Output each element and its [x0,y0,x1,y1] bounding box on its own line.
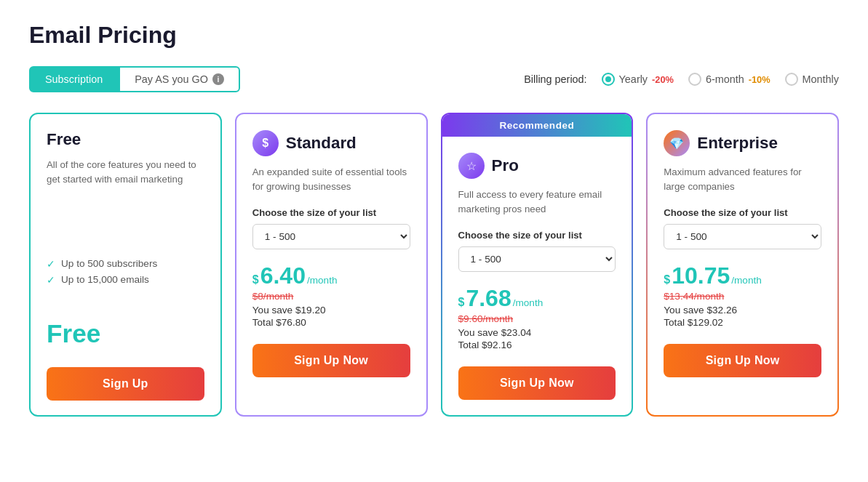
standard-icon: $ [252,130,279,156]
page-title: Email Pricing [29,22,839,49]
pro-price-main: $ 7.68 /month [458,285,616,312]
standard-price-original: $8/month [252,291,410,302]
enterprise-list-select[interactable]: 1 - 500 501 - 1000 1001 - 2500 2501 - 50… [664,224,821,249]
standard-list-label: Choose the size of your list [252,207,410,218]
enterprise-price-amount: 10.75 [672,262,730,289]
card-pro-body: ☆ Pro Full access to every feature email… [442,137,632,415]
pro-plan-desc: Full access to every feature email marke… [458,188,616,217]
radio-6month [688,73,701,86]
standard-you-save: You save $19.20 [252,305,410,316]
standard-title-row: $ Standard [252,130,410,156]
controls-row: Subscription Pay AS you GO i Billing per… [29,66,839,92]
card-standard: $ Standard An expanded suite of essentia… [235,113,428,417]
free-feature-1: ✓ Up to 500 subscribers [47,258,204,270]
standard-plan-name: Standard [286,134,357,153]
enterprise-plan-name: Enterprise [697,134,778,153]
free-price-label: Free [47,319,204,348]
pro-total: Total $92.16 [458,340,616,350]
pricing-cards: Free All of the core features you need t… [29,113,839,417]
6month-badge: -10% [749,74,771,85]
enterprise-total: Total $129.02 [664,317,821,328]
check-icon-1: ✓ [47,258,55,270]
standard-plan-desc: An expanded suite of essential tools for… [252,165,410,194]
info-icon: i [212,73,224,85]
pro-icon: ☆ [458,153,485,179]
enterprise-price-main: $ 10.75 /month [664,262,821,289]
check-icon-2: ✓ [47,274,55,286]
pro-price-dollar: $ [458,296,465,309]
pro-list-select[interactable]: 1 - 500 501 - 1000 1001 - 2500 2501 - 50… [458,246,616,272]
billing-label: Billing period: [524,73,586,85]
enterprise-icon: 💎 [664,130,690,156]
enterprise-list-label: Choose the size of your list [664,207,821,218]
enterprise-price-period: /month [731,275,762,286]
pro-list-label: Choose the size of your list [458,230,616,241]
standard-price-section: $ 6.40 /month $8/month You save $19.20 T… [252,262,410,328]
yearly-badge: -20% [652,74,674,85]
radio-yearly [602,73,615,86]
card-free: Free All of the core features you need t… [29,113,222,417]
pro-title-row: ☆ Pro [458,153,616,179]
radio-monthly [785,73,798,86]
pro-price-original: $9.60/month [458,313,616,324]
pro-you-save: You save $23.04 [458,327,616,338]
free-plan-desc: All of the core features you need to get… [47,158,204,187]
pro-plan-name: Pro [492,156,519,175]
tab-payasyougo[interactable]: Pay AS you GO i [119,66,240,92]
enterprise-title-row: 💎 Enterprise [664,130,821,156]
pro-price-period: /month [513,297,544,308]
card-free-body: Free All of the core features you need t… [31,114,220,415]
standard-total: Total $76.80 [252,317,410,328]
free-cta-button[interactable]: Sign Up [47,367,204,401]
free-plan-name: Free [47,130,81,149]
billing-group: Billing period: Yearly -20% 6-month -10%… [524,73,839,86]
standard-price-main: $ 6.40 /month [252,262,410,289]
card-pro: Recommended ☆ Pro Full access to every f… [441,113,634,417]
pro-price-amount: 7.68 [466,285,511,312]
billing-yearly[interactable]: Yearly -20% [602,73,674,86]
standard-list-select[interactable]: 1 - 500 501 - 1000 1001 - 2500 2501 - 50… [252,224,410,249]
billing-6month[interactable]: 6-month -10% [688,73,771,86]
tab-group: Subscription Pay AS you GO i [29,66,240,92]
free-feature-2: ✓ Up to 15,000 emails [47,274,204,286]
standard-price-dollar: $ [252,273,259,286]
free-features-list: ✓ Up to 500 subscribers ✓ Up to 15,000 e… [47,258,204,290]
pro-cta-button[interactable]: Sign Up Now [458,366,616,400]
standard-price-period: /month [307,275,338,286]
card-standard-body: $ Standard An expanded suite of essentia… [236,114,426,415]
pro-price-section: $ 7.68 /month $9.60/month You save $23.0… [458,285,616,350]
enterprise-cta-button[interactable]: Sign Up Now [664,344,821,377]
enterprise-price-section: $ 10.75 /month $13.44/month You save $32… [664,262,821,328]
free-spacer [47,200,204,258]
standard-price-amount: 6.40 [260,262,306,289]
standard-cta-button[interactable]: Sign Up Now [252,344,410,377]
enterprise-plan-desc: Maximum advanced features for large comp… [664,165,821,194]
card-enterprise: 💎 Enterprise Maximum advanced features f… [646,113,839,417]
recommended-banner: Recommended [442,114,632,137]
free-title-row: Free [47,130,204,149]
billing-monthly[interactable]: Monthly [785,73,839,86]
tab-subscription[interactable]: Subscription [29,66,119,92]
card-enterprise-body: 💎 Enterprise Maximum advanced features f… [648,114,837,415]
enterprise-price-original: $13.44/month [664,291,821,302]
enterprise-price-dollar: $ [664,273,670,286]
enterprise-you-save: You save $32.26 [664,305,821,316]
